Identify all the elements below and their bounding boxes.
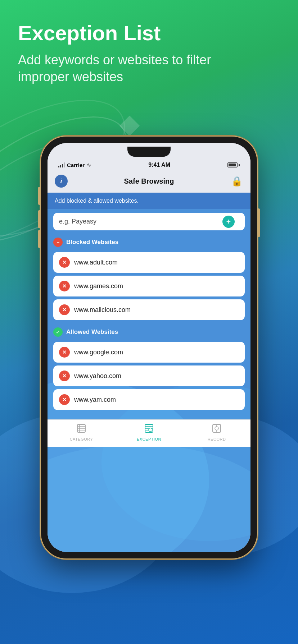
table-row: www.games.com: [53, 276, 245, 296]
status-bar: Carrier ∿ 9:41 AM: [48, 157, 250, 171]
record-label: RECORD: [208, 437, 226, 441]
battery-icon: [227, 162, 240, 167]
remove-button[interactable]: [59, 304, 70, 315]
carrier-label: Carrier: [67, 162, 85, 168]
wifi-icon: ∿: [87, 162, 91, 168]
status-left: Carrier ∿: [58, 162, 91, 168]
blocked-list: www.adult.com www.games.com www.maliciou…: [53, 252, 245, 320]
status-time: 9:41 AM: [148, 162, 170, 168]
remove-button[interactable]: [59, 281, 70, 291]
allowed-icon: ✓: [53, 327, 63, 337]
svg-point-18: [149, 428, 152, 432]
table-row: www.yam.com: [53, 389, 245, 410]
screen-content: Add blocked & allowed websites. + −: [48, 193, 250, 552]
check-icon: ✓: [56, 329, 60, 335]
svg-rect-3: [119, 116, 140, 136]
info-icon: i: [60, 178, 62, 185]
battery-body: [227, 162, 238, 167]
page-subtitle: Add keywords or websites to filter impro…: [18, 52, 256, 86]
table-row: www.google.com: [53, 342, 245, 363]
remove-button[interactable]: [59, 371, 70, 381]
item-url: www.games.com: [74, 282, 123, 290]
blocked-label: Blocked Websites: [66, 239, 118, 246]
battery-tip: [239, 164, 240, 166]
svg-text:!: !: [150, 429, 150, 432]
info-button[interactable]: i: [55, 175, 68, 188]
allowed-label: Allowed Websites: [66, 328, 118, 336]
allowed-list: www.google.com www.yahoo.com www.yam.com: [53, 342, 245, 410]
category-label: CATEGORY: [70, 437, 93, 441]
page-title: Exception List: [18, 22, 256, 45]
exception-icon: !: [144, 423, 154, 436]
tab-record[interactable]: RECORD: [200, 423, 233, 441]
lock-icon: 🔒: [231, 176, 243, 187]
item-url: www.yam.com: [74, 396, 116, 404]
blocked-header: − Blocked Websites: [53, 236, 245, 248]
header-section: Exception List Add keywords or websites …: [18, 22, 256, 85]
subtitle-bar: Add blocked & allowed websites.: [48, 193, 250, 209]
phone-frame: Carrier ∿ 9:41 AM i Safe Browsing: [41, 137, 257, 558]
battery-fill: [229, 164, 236, 166]
blocked-section: − Blocked Websites www.adult.com www.gam…: [48, 236, 250, 419]
svg-point-21: [215, 427, 218, 430]
table-row: www.adult.com: [53, 252, 245, 273]
search-row: +: [48, 209, 250, 236]
blocked-icon: −: [53, 238, 63, 247]
item-url: www.adult.com: [74, 259, 118, 266]
record-icon: [212, 423, 222, 436]
search-input[interactable]: [59, 218, 227, 225]
add-button[interactable]: +: [222, 216, 235, 228]
table-row: www.malicious.com: [53, 299, 245, 320]
category-icon: [76, 423, 86, 436]
minus-icon: −: [57, 239, 59, 245]
notch-area: [48, 143, 250, 157]
nav-title: Safe Browsing: [124, 177, 174, 185]
tab-exception[interactable]: ! EXCEPTION: [133, 423, 165, 441]
remove-button[interactable]: [59, 347, 70, 358]
remove-button[interactable]: [59, 394, 70, 405]
item-url: www.yahoo.com: [74, 372, 121, 380]
table-row: www.yahoo.com: [53, 365, 245, 386]
signal-icon: [58, 162, 65, 167]
tab-category[interactable]: CATEGORY: [65, 423, 98, 441]
item-url: www.google.com: [74, 349, 123, 356]
navigation-bar: i Safe Browsing 🔒: [48, 171, 250, 193]
phone-screen: Carrier ∿ 9:41 AM i Safe Browsing: [48, 143, 250, 552]
exception-label: EXCEPTION: [137, 437, 161, 441]
item-url: www.malicious.com: [74, 306, 131, 314]
notch: [127, 147, 171, 157]
lock-button[interactable]: 🔒: [230, 175, 243, 188]
remove-button[interactable]: [59, 257, 70, 268]
allowed-header: ✓ Allowed Websites: [53, 326, 245, 338]
svg-point-8: [48, 444, 250, 552]
subtitle-text: Add blocked & allowed websites.: [55, 198, 243, 204]
search-box: +: [53, 213, 245, 230]
phone-mockup: Carrier ∿ 9:41 AM i Safe Browsing: [41, 137, 257, 558]
tab-bar: CATEGORY !: [48, 419, 250, 447]
